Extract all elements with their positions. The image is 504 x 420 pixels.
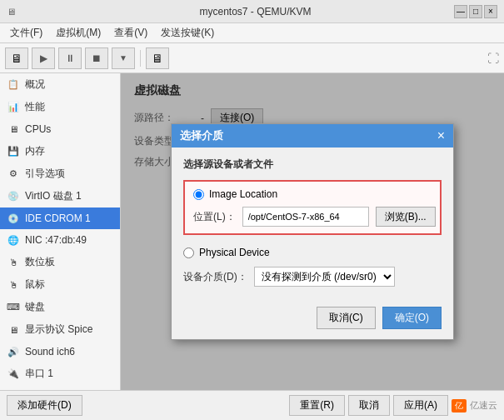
tablet-icon: 🖱 [7,256,20,269]
browse-btn[interactable]: 浏览(B)... [376,207,436,227]
toolbar: 🖥 ▶ ⏸ ⏹ ▼ 🖥 ⛶ [0,43,504,73]
physical-device-section: Physical Device [183,242,442,260]
status-right: 重置(R) 取消 应用(A) 亿 亿速云 [289,395,497,416]
sidebar-item-boot[interactable]: ⚙ 引导选项 [0,162,120,185]
modal-cancel-btn[interactable]: 取消(C) [317,307,376,329]
reset-btn[interactable]: 重置(R) [289,395,345,416]
yiyun-logo: 亿 [452,399,467,412]
image-location-radio[interactable]: Image Location [193,188,432,200]
sound-icon: 🔊 [7,345,20,358]
window-controls: — □ × [454,5,497,18]
window-title: mycentos7 - QEMU/KVM [57,6,454,18]
keyboard-icon: ⌨ [7,301,20,314]
display-icon: 🖥 [7,323,20,337]
location-label: 位置(L)： [193,210,236,224]
ide-icon: 💿 [7,212,20,225]
performance-icon: 📊 [7,101,20,114]
nic-icon: 🌐 [7,233,20,247]
sidebar-item-sound[interactable]: 🔊 Sound ich6 [0,341,120,362]
cpus-icon: 🖥 [7,122,20,136]
modal-ok-btn[interactable]: 确定(O) [382,307,442,329]
sidebar-label-tablet: 数位板 [25,255,55,269]
sidebar-item-channel-qemu[interactable]: 📡 信道 qemu-ga [0,385,120,390]
sidebar-item-ide-cdrom[interactable]: 💿 IDE CDROM 1 [0,208,120,229]
toolbar-screen-btn[interactable]: 🖥 [5,48,28,69]
sidebar-label-performance: 性能 [25,100,45,114]
toolbar-run-btn[interactable]: ▶ [32,48,55,69]
sidebar-label-channel-qemu: 信道 qemu-ga [25,389,87,390]
physical-device-radio[interactable]: Physical Device [183,247,442,258]
boot-icon: ⚙ [7,168,20,181]
sidebar-label-overview: 概况 [25,78,45,92]
toolbar-pause-btn[interactable]: ⏸ [58,48,82,69]
sidebar-item-serial[interactable]: 🔌 串口 1 [0,362,120,385]
physical-device-radio-input[interactable] [183,248,194,258]
sidebar-label-sound: Sound ich6 [25,346,75,358]
location-row: 位置(L)： 浏览(B)... [193,207,432,227]
image-location-radio-input[interactable] [193,189,204,200]
mouse-icon: 🖱 [7,278,20,292]
toolbar-monitor-btn[interactable]: 🖥 [146,48,169,69]
watermark: 亿 亿速云 [452,399,497,412]
image-location-label: Image Location [209,188,277,200]
sidebar-item-keyboard[interactable]: ⌨ 键盘 [0,296,120,318]
menu-vm[interactable]: 虚拟机(M) [49,24,107,42]
modal-title: 选择介质 [180,128,223,143]
sidebar-label-nic: NIC :47:db:49 [25,234,87,246]
close-btn[interactable]: × [484,5,497,18]
modal-section-title: 选择源设备或者文件 [183,158,442,172]
main-area: 📋 概况 📊 性能 🖥 CPUs 💾 内存 ⚙ 引导选项 💿 VirtIO 磁盘… [0,73,504,390]
sidebar-label-serial: 串口 1 [25,367,53,381]
minimize-btn[interactable]: — [454,5,467,18]
modal-titlebar: 选择介质 × [172,124,453,148]
toolbar-sep [140,50,141,67]
sidebar-item-display[interactable]: 🖥 显示协议 Spice [0,318,120,341]
maximize-btn[interactable]: □ [469,5,482,18]
device-select[interactable]: 没有探测到介质 (/dev/sr0) [254,267,395,287]
sidebar-item-memory[interactable]: 💾 内存 [0,140,120,162]
virtio-icon: 💿 [7,190,20,203]
modal-close-btn[interactable]: × [437,129,445,142]
apply-btn[interactable]: 应用(A) [393,395,448,416]
add-hardware-btn[interactable]: 添加硬件(D) [7,395,82,416]
sidebar-item-mouse[interactable]: 🖱 鼠标 [0,273,120,296]
title-bar: 🖥 mycentos7 - QEMU/KVM — □ × [0,0,504,23]
status-left: 添加硬件(D) [7,395,82,416]
sidebar-label-cpus: CPUs [25,123,51,135]
sidebar-label-virtio: VirtIO 磁盘 1 [25,189,82,203]
watermark-text: 亿速云 [470,399,497,412]
sidebar-label-display: 显示协议 Spice [25,322,92,337]
modal-overlay: 选择介质 × 选择源设备或者文件 Image Location 位置(L)： [121,73,504,390]
toolbar-fullscreen-btn[interactable]: ⛶ [487,52,499,65]
menu-sendkey[interactable]: 发送按键(K) [154,24,221,42]
sidebar-item-overview[interactable]: 📋 概况 [0,73,120,96]
sidebar-item-tablet[interactable]: 🖱 数位板 [0,251,120,273]
sidebar-label-boot: 引导选项 [25,167,65,181]
right-panel: 虚拟磁盘 源路径： - 连接(O) 设备类型： IDE CDROM 1 存储大小… [121,73,504,390]
sidebar-label-mouse: 鼠标 [25,278,45,292]
overview-icon: 📋 [7,78,20,92]
sidebar-label-ide: IDE CDROM 1 [25,212,91,224]
location-input[interactable] [242,207,369,227]
device-select-label: 设备介质(D)： [183,270,247,284]
device-select-row: 设备介质(D)： 没有探测到介质 (/dev/sr0) [183,267,442,287]
serial-icon: 🔌 [7,368,20,381]
sidebar-item-cpus[interactable]: 🖥 CPUs [0,118,120,140]
physical-label: Physical Device [199,247,270,258]
image-location-box: Image Location 位置(L)： 浏览(B)... [183,180,442,235]
toolbar-more-btn[interactable]: ▼ [112,48,135,69]
toolbar-stop-btn[interactable]: ⏹ [85,48,108,69]
sidebar-label-memory: 内存 [25,144,45,158]
sidebar-item-performance[interactable]: 📊 性能 [0,96,120,118]
menu-view[interactable]: 查看(V) [107,24,154,42]
memory-icon: 💾 [7,145,20,158]
sidebar-item-nic[interactable]: 🌐 NIC :47:db:49 [0,229,120,251]
channel-qemu-icon: 📡 [7,390,20,391]
cancel-status-btn[interactable]: 取消 [348,395,390,416]
sidebar-label-keyboard: 键盘 [25,300,45,314]
modal-footer: 取消(C) 确定(O) [172,307,453,339]
sidebar-item-virtio-disk[interactable]: 💿 VirtIO 磁盘 1 [0,185,120,208]
modal-body: 选择源设备或者文件 Image Location 位置(L)： 浏览(B)... [172,148,453,307]
sidebar: 📋 概况 📊 性能 🖥 CPUs 💾 内存 ⚙ 引导选项 💿 VirtIO 磁盘… [0,73,121,390]
menu-file[interactable]: 文件(F) [3,24,49,42]
